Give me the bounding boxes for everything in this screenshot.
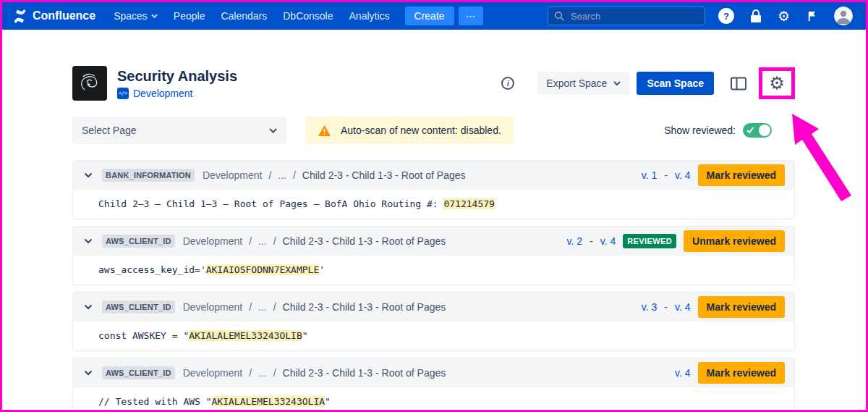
finding-header-right: v. 2 - v. 4 REVIEWED Unmark reviewed: [566, 230, 785, 252]
gear-icon[interactable]: ⚙: [778, 9, 790, 23]
snippet-secret: AKIALALEMEL33243OLIB: [189, 330, 302, 341]
chevron-down-icon: [269, 128, 277, 133]
export-space-label: Export Space: [546, 77, 607, 89]
snippet-text: Child 2–3 – Child 1–3 – Root of Pages – …: [98, 198, 443, 209]
create-button[interactable]: Create: [405, 7, 454, 25]
select-page-dropdown[interactable]: Select Page: [72, 117, 286, 144]
space-settings-gear-icon[interactable]: ⚙: [769, 75, 785, 92]
breadcrumb-page[interactable]: Child 2-3 - Child 1-3 - Root of Pages: [283, 301, 446, 313]
breadcrumb-ellipsis[interactable]: ...: [278, 169, 286, 181]
breadcrumb-separator: /: [293, 169, 296, 181]
version-to-link[interactable]: v. 4: [675, 367, 691, 379]
expand-chevron-icon[interactable]: [82, 303, 94, 311]
title-block: Security Analysis </> Development: [117, 68, 237, 99]
export-space-button[interactable]: Export Space: [537, 72, 629, 95]
breadcrumb-ellipsis[interactable]: ...: [258, 301, 267, 313]
nav-item-spaces[interactable]: Spaces: [106, 10, 166, 22]
finding-header-right: v. 3 - v. 4 Mark reviewed: [642, 296, 785, 318]
nav-item-people[interactable]: People: [166, 10, 213, 22]
version-from-link[interactable]: v. 3: [642, 301, 658, 313]
breadcrumb-space[interactable]: Development: [203, 169, 263, 181]
nav-item-analytics[interactable]: Analytics: [341, 10, 398, 22]
breadcrumb-space[interactable]: Development: [183, 235, 243, 247]
code-icon: </>: [117, 88, 129, 99]
snippet-text: ': [319, 264, 325, 275]
expand-chevron-icon[interactable]: [82, 369, 94, 377]
snippet-secret: AKIALALEMEL33243OLIA: [212, 396, 326, 407]
version-separator: -: [590, 235, 593, 247]
nav-item-label: DbConsole: [283, 10, 333, 22]
show-reviewed-control: Show reviewed:: [664, 123, 772, 138]
search-input[interactable]: [569, 10, 699, 22]
show-reviewed-label: Show reviewed:: [664, 125, 736, 136]
snippet-text: const AWSKEY = ": [98, 330, 189, 341]
version-to-link[interactable]: v. 4: [675, 301, 691, 313]
annotation-highlight-box: ⚙: [759, 67, 795, 99]
autoscan-warning-banner: Auto-scan of new content: disabled.: [305, 117, 514, 144]
breadcrumb-separator: /: [249, 367, 252, 379]
scan-space-button[interactable]: Scan Space: [637, 72, 714, 95]
show-reviewed-toggle[interactable]: [743, 123, 772, 138]
finding-snippet: aws_access_key_id='AKIAIOSFODNN7EXAMPLE': [73, 256, 794, 285]
finding-header: BANK_INFORMATION Development/.../Child 2…: [73, 161, 794, 190]
finding-header: AWS_CLIENT_ID Development/.../Child 2-3 …: [73, 358, 794, 387]
breadcrumb-page[interactable]: Child 2-3 - Child 1-3 - Root of Pages: [283, 235, 446, 247]
finding-header-right: v. 1 - v. 4 Mark reviewed: [642, 164, 785, 186]
breadcrumb-space[interactable]: Development: [183, 301, 243, 313]
search-box[interactable]: [548, 7, 705, 25]
breadcrumb-space[interactable]: Development: [183, 367, 243, 379]
sidebar-toggle-button[interactable]: [727, 73, 750, 94]
filter-bar: Select Page Auto-scan of new content: di…: [72, 117, 795, 144]
warning-text: Auto-scan of new content: disabled.: [341, 125, 501, 136]
breadcrumb-ellipsis[interactable]: ...: [258, 235, 267, 247]
version-from-link[interactable]: v. 2: [566, 235, 582, 247]
breadcrumb-separator: /: [268, 169, 271, 181]
expand-chevron-icon[interactable]: [82, 171, 94, 180]
unmark-reviewed-button[interactable]: Unmark reviewed: [684, 230, 785, 252]
version-separator: -: [664, 169, 668, 181]
breadcrumb-separator: /: [273, 367, 276, 379]
snippet-text: aws_access_key_id=': [98, 264, 206, 275]
breadcrumb: Development/.../Child 2-3 - Child 1-3 - …: [183, 235, 446, 247]
check-icon: [746, 127, 754, 134]
breadcrumb-separator: /: [249, 235, 252, 247]
avatar[interactable]: [834, 7, 853, 25]
space-link[interactable]: Development: [133, 88, 193, 99]
finding-card: AWS_CLIENT_ID Development/.../Child 2-3 …: [72, 358, 795, 412]
finding-type-badge: AWS_CLIENT_ID: [102, 366, 175, 379]
mark-reviewed-button[interactable]: Mark reviewed: [698, 164, 786, 186]
breadcrumb: Development/.../Child 2-3 - Child 1-3 - …: [183, 367, 446, 379]
version-to-link[interactable]: v. 4: [600, 235, 616, 247]
finding-card: AWS_CLIENT_ID Development/.../Child 2-3 …: [72, 292, 795, 351]
warning-icon: [318, 125, 331, 137]
info-icon[interactable]: i: [501, 77, 514, 90]
confluence-home-link[interactable]: Confluence: [12, 9, 95, 24]
finding-type-badge: AWS_CLIENT_ID: [102, 300, 175, 314]
version-to-link[interactable]: v. 4: [675, 169, 691, 181]
breadcrumb-page[interactable]: Child 2-3 - Child 1-3 - Root of Pages: [283, 367, 446, 379]
nav-right-icons: ? ⚙: [718, 7, 856, 25]
mark-reviewed-button[interactable]: Mark reviewed: [698, 296, 786, 318]
breadcrumb-ellipsis[interactable]: ...: [258, 367, 267, 379]
mark-reviewed-button[interactable]: Mark reviewed: [698, 362, 786, 384]
expand-chevron-icon[interactable]: [82, 237, 94, 245]
flag-icon[interactable]: [806, 10, 818, 22]
breadcrumb-separator: /: [249, 301, 252, 313]
chevron-down-icon: [613, 81, 621, 85]
page-title: Security Analysis: [117, 68, 237, 85]
space-header: Security Analysis </> Development i Expo…: [72, 66, 795, 101]
nav-item-label: Calendars: [221, 10, 267, 22]
nav-item-calendars[interactable]: Calendars: [213, 10, 275, 22]
finding-header: AWS_CLIENT_ID Development/.../Child 2-3 …: [73, 293, 794, 321]
space-avatar[interactable]: [72, 66, 107, 101]
version-from-link[interactable]: v. 1: [642, 169, 658, 181]
more-options-button[interactable]: ⋯: [459, 7, 483, 25]
finding-snippet: // Tested with AWS "AKIALALEMEL33243OLIA…: [73, 387, 794, 412]
breadcrumb-page[interactable]: Child 2-3 - Child 1-3 - Root of Pages: [302, 169, 466, 181]
lock-icon[interactable]: [750, 9, 762, 22]
breadcrumb-separator: /: [273, 235, 276, 247]
snippet-secret: AKIAIOSFODNN7EXAMPLE: [206, 264, 320, 275]
select-page-label: Select Page: [82, 125, 137, 136]
nav-item-dbconsole[interactable]: DbConsole: [275, 10, 341, 22]
help-icon[interactable]: ?: [718, 8, 734, 24]
